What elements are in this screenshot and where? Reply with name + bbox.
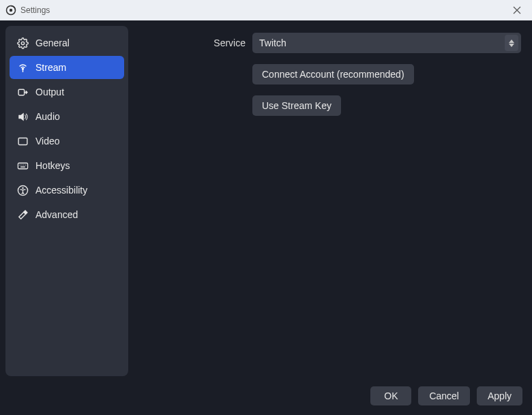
audio-icon [16,110,29,123]
sidebar-item-label: Stream [35,62,66,73]
tools-icon [16,209,29,221]
titlebar: Settings [0,0,532,20]
sidebar-item-hotkeys[interactable]: Hotkeys [10,154,124,177]
sidebar-item-label: General [35,37,70,48]
select-arrows-icon [505,35,518,51]
svg-point-14 [22,187,24,189]
sidebar-item-label: Output [35,87,64,97]
apply-button[interactable]: Apply [477,386,522,405]
sidebar-item-label: Video [35,136,60,147]
svg-rect-5 [18,89,25,95]
use-stream-key-button[interactable]: Use Stream Key [252,95,341,116]
svg-point-2 [21,42,24,44]
antenna-icon [16,61,29,74]
sidebar-item-video[interactable]: Video [10,129,124,153]
dialog-footer: OK Cancel Apply [0,382,532,410]
svg-point-3 [22,67,23,69]
svg-point-1 [10,9,12,12]
sidebar-item-label: Audio [35,111,60,122]
svg-rect-6 [18,138,27,144]
sidebar-item-audio[interactable]: Audio [10,105,124,128]
window-title: Settings [20,5,507,15]
ok-button[interactable]: OK [370,386,411,405]
sidebar-item-output[interactable]: Output [10,80,124,104]
accessibility-icon [16,184,29,196]
sidebar-item-advanced[interactable]: Advanced [10,203,124,226]
stream-settings-panel: Service Twitch Connect Account (recommen… [134,26,527,376]
close-icon[interactable] [507,1,527,20]
app-icon [5,5,16,16]
output-icon [16,86,29,98]
settings-sidebar: General Stream Output [5,26,128,376]
service-select[interactable]: Twitch [252,33,521,53]
keyboard-icon [16,159,29,172]
video-icon [16,135,29,147]
sidebar-item-accessibility[interactable]: Accessibility [10,179,124,202]
sidebar-item-label: Hotkeys [35,160,70,171]
service-label: Service [136,37,252,48]
gear-icon [16,37,29,49]
sidebar-item-stream[interactable]: Stream [10,56,124,79]
cancel-button[interactable]: Cancel [418,386,470,405]
svg-rect-7 [18,163,27,169]
connect-account-button[interactable]: Connect Account (recommended) [252,64,414,84]
sidebar-item-label: Accessibility [35,185,87,196]
sidebar-item-general[interactable]: General [10,31,124,55]
service-select-value: Twitch [259,37,286,48]
sidebar-item-label: Advanced [35,209,78,220]
